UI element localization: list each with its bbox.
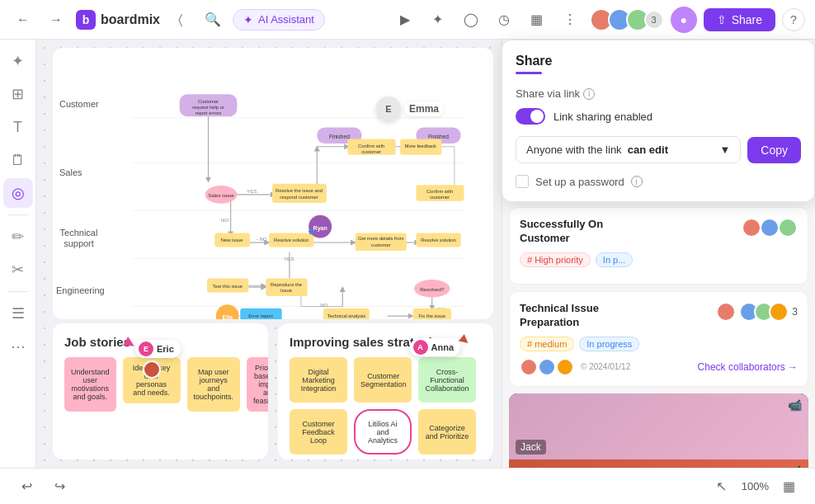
nav-icon-menu[interactable]: ☰ [3, 299, 33, 328]
row-label-sales: Sales [59, 167, 82, 177]
search-button[interactable]: 🔍 [200, 7, 226, 33]
sticky-job-2-container: Identify key user personas and needs. [123, 357, 181, 412]
redo-button[interactable]: ↪ [46, 473, 73, 500]
svg-text:NO: NO [221, 217, 228, 223]
avatar-group: 3 [590, 8, 664, 31]
card-1-tag-status: In p... [596, 252, 634, 267]
card-2-avatar-1 [716, 302, 736, 322]
job-stories-panel: Job stories E Eric ▶ Understand user mot… [53, 323, 268, 459]
link-permission-select[interactable]: Anyone with the link can edit ▼ [516, 136, 741, 163]
sales-sticky-5: Litilios Ai and Analytics [354, 409, 412, 455]
jack-name-label: Jack [516, 440, 546, 455]
card-1-title: Successfully OnCustomer [520, 218, 603, 246]
link-sharing-toggle[interactable] [516, 108, 545, 125]
svg-rect-63 [266, 278, 307, 296]
camera-icon-jack: 📹 [788, 398, 802, 412]
svg-text:Ryan: Ryan [313, 225, 327, 232]
right-panel: Share Share via link i Link sharing enab… [502, 40, 815, 504]
svg-text:Sales issue: Sales issue [208, 192, 234, 198]
sales-stickies: Digital Marketing Integration Customer S… [290, 357, 482, 455]
more-icon-btn[interactable]: ⋮ [557, 7, 583, 33]
sticky-avatar [143, 360, 161, 379]
svg-text:Resolve solution: Resolve solution [274, 238, 309, 243]
flowchart-svg: Customer request help or report errors F… [102, 89, 493, 319]
svg-text:customer: customer [361, 149, 381, 154]
forward-button[interactable]: → [43, 7, 69, 33]
job-stories-stickies: Understand user motivations and goals. I… [64, 357, 257, 412]
card-technical-issue: Technical IssuePreparation 3 # medium In… [509, 291, 808, 387]
svg-text:report errors: report errors [196, 111, 222, 115]
main-canvas[interactable]: Customer Sales Technicalsupport Engineer… [36, 40, 502, 468]
ai-assistant-badge[interactable]: ✦ AI Assistant [233, 9, 325, 31]
nav-icon-circle[interactable]: ◎ [3, 178, 33, 208]
fit-view-button[interactable]: ▦ [775, 473, 802, 500]
nav-icon-note[interactable]: 🗒 [3, 145, 33, 175]
timer-icon-btn[interactable]: ▶ [392, 7, 418, 33]
sales-sticky-6: Categorize and Prioritize [418, 409, 476, 455]
nav-divider-2 [8, 291, 28, 292]
cursor-button[interactable]: ↖ [709, 473, 735, 500]
row-label-customer: Customer [59, 99, 99, 110]
nav-icon-pen[interactable]: ✏ [3, 222, 33, 252]
user-avatar-button[interactable]: ● [671, 7, 697, 33]
link-sharing-label: Link sharing enabled [554, 111, 652, 123]
nav-icon-sparkle[interactable]: ✦ [3, 46, 33, 76]
svg-text:Resolve solution: Resolve solution [421, 238, 456, 243]
svg-text:Technical analysis: Technical analysis [327, 313, 366, 318]
nav-icon-grid[interactable]: ⊞ [3, 79, 33, 109]
star-icon-btn[interactable]: ✦ [425, 7, 451, 33]
emma-label: E Emma [376, 97, 444, 121]
share-label: Share [732, 13, 762, 26]
anna-label: Anna [431, 342, 455, 352]
link-select-text: Anyone with the link can edit [526, 144, 668, 156]
card-1-avatar-3 [778, 218, 798, 238]
card-1-avatar-1 [742, 218, 761, 238]
topbar-left: ← → b boardmix 〈 🔍 ✦ AI Assistant [10, 7, 325, 33]
share-panel-title: Share [516, 54, 801, 68]
nav-icon-text[interactable]: T [3, 112, 33, 142]
card-2-date: © 2024/01/12 [581, 362, 630, 371]
grid-icon-btn[interactable]: ▦ [524, 7, 550, 33]
eric-badge: E Eric [135, 340, 181, 358]
password-info-icon[interactable]: i [631, 176, 643, 187]
check-collaborators-button[interactable]: Check collaborators → [698, 361, 798, 373]
card-2-tag-status: In progress [579, 337, 639, 351]
nav-icon-more[interactable]: ⋯ [3, 332, 33, 361]
history-icon-btn[interactable]: ◷ [491, 7, 517, 33]
bottom-panels: Job stories E Eric ▶ Understand user mot… [53, 323, 493, 459]
card-2-date-row: © 2024/01/12 Check collaborators → [581, 361, 798, 373]
undo-button[interactable]: ↩ [13, 473, 40, 500]
chat-icon-btn[interactable]: ◯ [458, 7, 484, 33]
improving-sales-panel: Improving sales strategies A Anna ▶ Digi… [278, 323, 493, 459]
svg-text:Resolve the issue and: Resolve the issue and [276, 188, 323, 193]
sales-sticky-1: Digital Marketing Integration [290, 357, 347, 403]
nav-icon-scissors[interactable]: ✂ [3, 255, 33, 285]
anna-badge: A Anna [410, 338, 461, 356]
card-2-footer-av3 [556, 358, 574, 376]
sticky-job-3: Map user journeys and touchpoints. [187, 357, 241, 412]
svg-text:customer: customer [371, 243, 391, 247]
share-button[interactable]: ⇧ Share [704, 8, 775, 31]
card-2-tag-priority: # medium [520, 337, 574, 351]
zoom-control: 100% [742, 480, 769, 492]
card-2-header: Technical IssuePreparation 3 [520, 302, 798, 330]
card-successfully-customer: Successfully OnCustomer # High priority … [509, 207, 808, 285]
svg-rect-45 [272, 184, 327, 203]
nav-divider [8, 214, 28, 215]
canvas-content[interactable]: Customer Sales Technicalsupport Engineer… [36, 40, 502, 468]
card-2-avatar-group [739, 302, 789, 322]
card-2-footer-av2 [538, 358, 556, 376]
svg-text:New issue: New issue [221, 238, 243, 243]
help-button[interactable]: ? [782, 8, 805, 31]
card-1-header: Successfully OnCustomer [520, 218, 798, 246]
tag-button[interactable]: 〈 [167, 7, 193, 33]
back-button[interactable]: ← [10, 7, 36, 33]
copy-button[interactable]: Copy [747, 137, 801, 163]
card-2-footer: © 2024/01/12 Check collaborators → [520, 358, 798, 376]
share-link-info-icon[interactable]: i [583, 88, 595, 100]
svg-text:Fix the issue: Fix the issue [418, 313, 445, 318]
password-checkbox[interactable] [516, 175, 529, 188]
sticky-job-1: Understand user motivations and goals. [64, 357, 116, 412]
sidebar-nav: ✦ ⊞ T 🗒 ◎ ✏ ✂ ☰ ⋯ [0, 40, 36, 468]
svg-text:Resolved?: Resolved? [420, 286, 445, 292]
